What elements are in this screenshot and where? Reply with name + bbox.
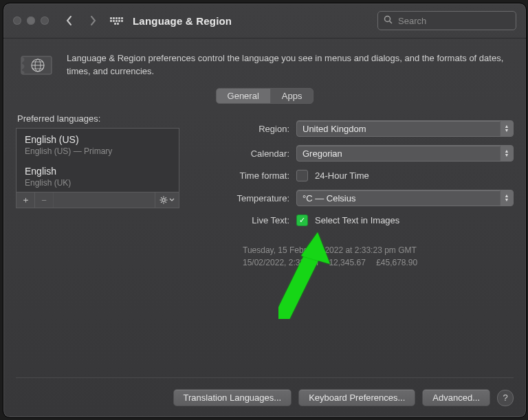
add-language-button[interactable]: ＋ [16, 192, 35, 208]
preferred-languages-panel: Preferred languages: English (US) Englis… [16, 111, 179, 208]
remove-language-button[interactable]: − [35, 192, 54, 208]
region-select[interactable]: United Kingdom ▲▼ [296, 120, 514, 137]
livetext-option: Select Text in Images [315, 215, 399, 225]
caret-icon: ▲▼ [500, 190, 513, 206]
window-title: Language & Region [133, 15, 232, 27]
sample-line1: Tuesday, 15 February 2022 at 2:33:23 pm … [243, 244, 514, 256]
search-input[interactable] [397, 15, 515, 27]
svg-line-15 [166, 197, 166, 198]
livetext-label: Live Text: [200, 215, 289, 225]
list-item-sub: English (UK) [25, 178, 170, 188]
svg-line-14 [166, 202, 166, 203]
intro: Language & Region preferences control th… [16, 48, 514, 88]
svg-point-8 [162, 199, 165, 201]
help-button[interactable]: ? [497, 390, 514, 406]
keyboard-preferences-button[interactable]: Keyboard Preferences... [298, 389, 415, 406]
list-item-name: English [25, 166, 170, 177]
preferred-languages-label: Preferred languages: [17, 113, 179, 124]
svg-line-13 [161, 197, 162, 198]
back-button[interactable] [63, 14, 76, 27]
main: Preferred languages: English (US) Englis… [16, 111, 514, 377]
traffic-lights [13, 16, 49, 25]
region-form: Region: United Kingdom ▲▼ Calendar: Greg… [200, 120, 514, 269]
titlebar: Language & Region [3, 3, 526, 38]
calendar-value: Gregorian [302, 148, 342, 159]
forward-button[interactable] [86, 14, 100, 27]
tabs: General Apps [216, 88, 314, 104]
tab-general[interactable]: General [217, 89, 270, 103]
zoom-dot[interactable] [41, 16, 49, 25]
svg-line-1 [390, 21, 393, 24]
translation-languages-button[interactable]: Translation Languages... [173, 389, 292, 406]
show-all-icon[interactable] [109, 14, 123, 27]
list-item-name: English (US) [25, 134, 170, 145]
search-field[interactable] [377, 11, 516, 30]
temperature-label: Temperature: [200, 193, 289, 203]
livetext-checkbox[interactable]: ✓ [296, 214, 308, 226]
timeformat-label: Time format: [200, 170, 289, 181]
list-footer: ＋ − [16, 192, 179, 208]
search-icon [384, 15, 393, 26]
list-item[interactable]: English English (UK) [16, 160, 179, 192]
calendar-select[interactable]: Gregorian ▲▼ [296, 145, 514, 162]
gear-icon [160, 196, 168, 204]
language-list[interactable]: English (US) English (US) — Primary Engl… [16, 128, 179, 192]
timeformat-option: 24-Hour Time [315, 170, 369, 181]
svg-point-0 [385, 16, 390, 22]
chevron-down-icon [169, 198, 175, 202]
format-sample: Tuesday, 15 February 2022 at 2:33:23 pm … [243, 244, 514, 269]
timeformat-checkbox[interactable] [296, 170, 308, 181]
close-dot[interactable] [13, 16, 21, 25]
globe-flag-icon [19, 52, 54, 78]
region-value: United Kingdom [302, 124, 366, 134]
tab-apps[interactable]: Apps [270, 89, 314, 103]
list-item-sub: English (US) — Primary [25, 146, 170, 156]
svg-line-16 [161, 202, 162, 203]
calendar-label: Calendar: [200, 148, 289, 159]
intro-text: Language & Region preferences control th… [67, 52, 511, 78]
caret-icon: ▲▼ [500, 121, 513, 136]
region-label: Region: [200, 124, 289, 134]
bottom-bar: Translation Languages... Keyboard Prefer… [16, 377, 514, 406]
list-actions-button[interactable] [155, 192, 179, 208]
minimize-dot[interactable] [27, 16, 35, 25]
temperature-select[interactable]: °C — Celsius ▲▼ [296, 190, 514, 206]
window: Language & Region Language & Region pref… [3, 3, 527, 418]
caret-icon: ▲▼ [500, 146, 513, 161]
content: Language & Region preferences control th… [3, 38, 526, 417]
sample-line2: 15/02/2022, 2:33 pm 12,345.67 £45,678.90 [243, 256, 514, 269]
advanced-button[interactable]: Advanced... [422, 389, 490, 406]
temperature-value: °C — Celsius [302, 193, 355, 203]
list-item[interactable]: English (US) English (US) — Primary [16, 129, 179, 160]
